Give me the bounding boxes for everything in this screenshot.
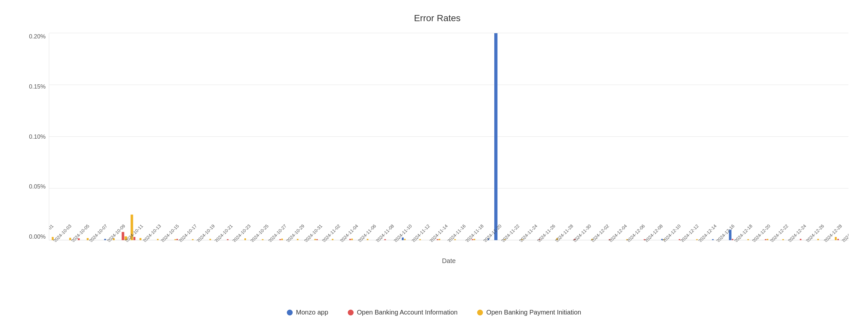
x-label-dec10: 2024-12-10 — [661, 223, 682, 242]
x-label-oct19: 2024-10-19 — [195, 223, 216, 242]
legend-dot-ob-payment — [477, 310, 483, 316]
x-label-nov04: 2024-11-04 — [339, 223, 359, 242]
x-label-oct03: 2024-10-03 — [52, 223, 72, 242]
x-label-oct13: 2024-10-13 — [142, 223, 162, 242]
x-label-oct31: 2024-10-31 — [303, 223, 323, 242]
x-label-nov12: 2024-11-12 — [410, 223, 431, 242]
x-label-dec28: 2024-12-28 — [823, 223, 843, 242]
x-label-nov10: 2024-11-10 — [393, 223, 413, 242]
x-label-oct25: 2024-10-25 — [249, 223, 270, 242]
x-label-dec18: 2024-12-18 — [733, 223, 753, 242]
y-label-005: 0.05% — [29, 183, 45, 190]
x-label-oct11: 2024-10-11 — [124, 223, 144, 242]
legend-dot-ob-account — [348, 310, 353, 316]
bars-chart — [49, 33, 848, 240]
x-label-oct23: 2024-10-23 — [231, 223, 251, 242]
x-label-dec24: 2024-12-24 — [787, 223, 807, 242]
x-label-nov16: 2024-11-16 — [446, 223, 467, 242]
x-label-oct29: 2024-10-29 — [285, 223, 305, 242]
legend-item-ob-payment: Open Banking Payment Initiation — [477, 309, 581, 316]
x-label-dec08: 2024-12-08 — [644, 223, 664, 242]
x-label-oct21: 2024-10-21 — [213, 223, 234, 242]
x-label-nov28: 2024-11-28 — [554, 223, 574, 242]
legend-item-ob-account: Open Banking Account Information — [348, 309, 458, 316]
x-label-oct27: 2024-10-27 — [267, 223, 287, 242]
y-axis: 0.20% 0.15% 0.10% 0.05% 0.00% — [26, 33, 49, 240]
x-label-nov26: 2024-11-26 — [536, 223, 556, 242]
x-label-dec02: 2024-12-02 — [590, 223, 610, 242]
y-label-000: 0.00% — [29, 233, 45, 240]
x-label-nov24: 2024-11-24 — [518, 223, 538, 242]
grid-and-bars: 2024-10-01 2024-10-03 2024-10-05 2024-10… — [49, 33, 848, 240]
x-label-nov06: 2024-11-06 — [357, 223, 377, 242]
x-label-dec12: 2024-12-12 — [679, 223, 700, 242]
legend-label-ob-account: Open Banking Account Information — [357, 309, 458, 316]
x-label-oct15: 2024-10-15 — [160, 223, 180, 242]
x-label-nov22: 2024-11-22 — [500, 223, 520, 242]
legend-label-monzo: Monzo app — [296, 309, 328, 316]
x-label-oct07: 2024-10-07 — [88, 223, 108, 242]
x-label-oct17: 2024-10-17 — [178, 223, 198, 242]
y-label-015: 0.15% — [29, 83, 45, 90]
x-label-dec20: 2024-12-20 — [751, 223, 771, 242]
legend-label-ob-payment: Open Banking Payment Initiation — [486, 309, 581, 316]
x-label-nov02: 2024-11-02 — [321, 223, 341, 242]
x-label-nov20: 2024-11-20 — [482, 223, 502, 242]
chart-legend: Monzo app Open Banking Account Informati… — [287, 309, 581, 316]
chart-area: 0.20% 0.15% 0.10% 0.05% 0.00% — [26, 33, 848, 257]
chart-title: Error Rates — [26, 13, 848, 24]
y-label-020: 0.20% — [29, 33, 45, 40]
x-label-oct09: 2024-10-09 — [106, 223, 126, 242]
x-label-dec04: 2024-12-04 — [608, 223, 628, 242]
x-label-nov18: 2024-11-18 — [464, 223, 485, 242]
x-label-dec22: 2024-12-22 — [769, 223, 789, 242]
x-label-dec06: 2024-12-06 — [626, 223, 646, 242]
x-label-dec26: 2024-12-26 — [805, 223, 825, 242]
x-label-nov14: 2024-11-14 — [429, 223, 449, 242]
x-label-nov30: 2024-11-30 — [572, 223, 592, 242]
x-label-nov08: 2024-11-08 — [375, 223, 395, 242]
x-axis-title: Date — [442, 257, 456, 265]
x-label-dec16: 2024-12-16 — [715, 223, 735, 242]
y-label-010: 0.10% — [29, 133, 45, 140]
legend-dot-monzo — [287, 310, 292, 316]
x-label-dec14: 2024-12-14 — [697, 223, 717, 242]
chart-container: Error Rates 0.20% 0.15% 0.10% 0.05% 0.00… — [0, 0, 868, 321]
x-axis-svg: 2024-10-01 2024-10-03 2024-10-05 2024-10… — [49, 222, 848, 242]
bar-nov21-blue-tall — [494, 33, 498, 240]
x-axis-labels: 2024-10-01 2024-10-03 2024-10-05 2024-10… — [49, 222, 848, 242]
x-label-oct05: 2024-10-05 — [70, 223, 90, 242]
legend-item-monzo: Monzo app — [287, 309, 328, 316]
